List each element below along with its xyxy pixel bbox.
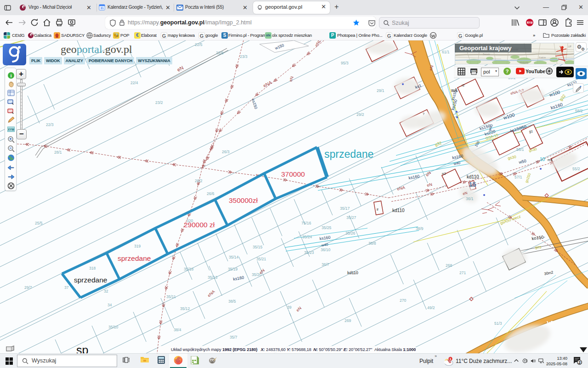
svg-text:25/5: 25/5 xyxy=(35,221,43,225)
svg-text:sprzedane: sprzedane xyxy=(118,254,151,262)
svg-text:g25: g25 xyxy=(535,245,542,249)
svg-text:kd110: kd110 xyxy=(392,208,405,213)
svg-text:1: 1 xyxy=(450,357,452,361)
svg-text:ABP: ABP xyxy=(527,22,532,24)
svg-text:LIP: LIP xyxy=(568,46,571,48)
svg-text:?: ? xyxy=(423,112,424,115)
svg-text:28/1: 28/1 xyxy=(54,150,62,155)
svg-text:35/7: 35/7 xyxy=(230,335,237,339)
svg-text:35/18: 35/18 xyxy=(184,267,194,271)
svg-text:22/5: 22/5 xyxy=(195,42,203,47)
svg-text:32: 32 xyxy=(104,289,108,293)
svg-text:35/13: 35/13 xyxy=(208,275,218,280)
svg-text:23/3: 23/3 xyxy=(240,54,248,59)
svg-text:95/3: 95/3 xyxy=(341,61,349,65)
svg-text:35/12: 35/12 xyxy=(180,306,190,311)
svg-text:35/11: 35/11 xyxy=(166,294,176,299)
svg-text:58/1: 58/1 xyxy=(516,147,524,152)
svg-text:35/27: 35/27 xyxy=(346,215,356,220)
svg-text:kd110: kd110 xyxy=(467,174,479,179)
svg-text:22/3: 22/3 xyxy=(46,122,54,127)
svg-text:269: 269 xyxy=(345,318,351,323)
svg-text:38/5: 38/5 xyxy=(228,299,236,304)
svg-text:31: 31 xyxy=(100,6,104,10)
svg-text:YouTube: YouTube xyxy=(526,69,545,74)
svg-text:26/2: 26/2 xyxy=(195,178,203,183)
svg-text:i: i xyxy=(10,73,11,78)
svg-text:Kraków: Kraków xyxy=(539,57,546,59)
svg-text:36/10: 36/10 xyxy=(321,247,331,252)
svg-text:rr2: rr2 xyxy=(442,172,446,175)
svg-text:39: 39 xyxy=(287,305,292,310)
svg-text:WMS: WMS xyxy=(471,69,477,72)
svg-text:10: 10 xyxy=(540,157,545,162)
svg-text:⚙: ⚙ xyxy=(581,47,585,52)
svg-text:XYM: XYM xyxy=(8,128,14,131)
svg-text:2: 2 xyxy=(578,360,581,365)
svg-text:35/10: 35/10 xyxy=(108,325,119,329)
svg-text:26/6: 26/6 xyxy=(207,191,215,196)
svg-text:270: 270 xyxy=(400,298,406,303)
svg-text:29/2: 29/2 xyxy=(356,112,364,117)
svg-text:29/1: 29/1 xyxy=(377,88,384,93)
svg-text:271: 271 xyxy=(459,270,466,275)
svg-text:35/14: 35/14 xyxy=(229,255,239,259)
svg-text:61/1: 61/1 xyxy=(442,50,450,54)
svg-text:36/1: 36/1 xyxy=(466,196,474,201)
svg-text:35/25: 35/25 xyxy=(322,225,332,230)
svg-text:58/2: 58/2 xyxy=(575,109,583,113)
svg-text:34: 34 xyxy=(107,303,112,307)
svg-text:51/3: 51/3 xyxy=(494,321,502,326)
svg-text:r2: r2 xyxy=(462,84,464,87)
svg-text:35/17: 35/17 xyxy=(340,206,350,211)
svg-text:35/23: 35/23 xyxy=(304,250,314,255)
svg-text:sprzedane: sprzedane xyxy=(74,276,107,284)
svg-text:75/16: 75/16 xyxy=(301,221,311,225)
svg-text:318: 318 xyxy=(89,266,96,270)
svg-text:38/9: 38/9 xyxy=(416,226,424,231)
svg-text:38/8: 38/8 xyxy=(368,241,376,246)
svg-text:350000zł: 350000zł xyxy=(229,196,258,204)
svg-text:m1: m1 xyxy=(548,158,553,162)
svg-text:49/2: 49/2 xyxy=(427,305,435,310)
svg-text:Zielonki: Zielonki xyxy=(483,53,490,56)
svg-text:36/7: 36/7 xyxy=(322,262,329,267)
svg-text:22/6: 22/6 xyxy=(216,51,224,55)
svg-text:55/2: 55/2 xyxy=(572,167,580,171)
svg-text:268: 268 xyxy=(446,263,452,268)
svg-text:290000 zł: 290000 zł xyxy=(184,221,215,229)
svg-text:35/19: 35/19 xyxy=(228,267,238,271)
svg-text:wA: wA xyxy=(451,88,458,93)
svg-text:37: 37 xyxy=(64,285,69,290)
svg-text:g1: g1 xyxy=(529,130,533,133)
svg-text:kd110: kd110 xyxy=(347,270,358,275)
svg-text:319: 319 xyxy=(134,244,141,248)
svg-text:29/7: 29/7 xyxy=(24,285,32,290)
svg-text:38/4: 38/4 xyxy=(174,328,181,332)
svg-text:26/3: 26/3 xyxy=(222,150,230,154)
svg-text:?: ? xyxy=(506,69,509,74)
svg-text:35/24: 35/24 xyxy=(302,235,312,239)
svg-text:lf: lf xyxy=(377,208,379,211)
svg-text:23/2: 23/2 xyxy=(155,100,163,105)
svg-text:22/4: 22/4 xyxy=(130,80,138,85)
svg-text:57/1: 57/1 xyxy=(514,175,522,179)
svg-text:35/26: 35/26 xyxy=(345,231,356,236)
svg-text:Wieliczka: Wieliczka xyxy=(520,62,528,64)
svg-text:370000: 370000 xyxy=(281,170,305,178)
svg-text:sprzedane: sprzedane xyxy=(324,148,373,160)
svg-text:15: 15 xyxy=(469,180,476,188)
svg-text:35/15: 35/15 xyxy=(253,245,263,249)
svg-text:35/21: 35/21 xyxy=(256,257,266,261)
